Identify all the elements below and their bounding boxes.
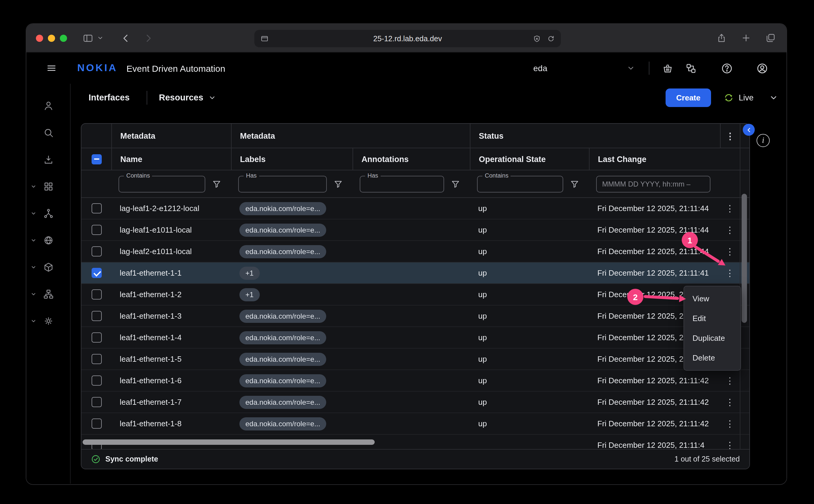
sidebar-group-sitemap[interactable]	[26, 280, 70, 307]
sidebar-toggle-icon[interactable]	[83, 33, 93, 43]
label-chip[interactable]: eda.nokia.com/role=e...	[240, 245, 326, 258]
column-labels[interactable]: Labels	[231, 148, 353, 170]
traffic-light-minimize[interactable]	[48, 34, 55, 42]
forward-button[interactable]	[143, 33, 154, 43]
column-settings-button[interactable]	[720, 124, 740, 148]
table-row-selected[interactable]: leaf1-ethernet-1-1 +1 up Fri December 12…	[81, 262, 749, 284]
vertical-scrollbar[interactable]	[742, 194, 747, 323]
column-annotations[interactable]: Annotations	[353, 148, 470, 170]
help-icon[interactable]	[721, 62, 733, 74]
chevron-down-icon[interactable]	[97, 35, 103, 41]
label-chip[interactable]: eda.nokia.com/role=e...	[240, 374, 326, 387]
filter-funnel-icon[interactable]	[333, 179, 343, 189]
collapse-panel-button[interactable]	[743, 124, 755, 136]
annotations-filter-input[interactable]: Has	[360, 175, 444, 192]
menu-item-edit[interactable]: Edit	[684, 308, 740, 328]
table-row[interactable]: leaf1-ethernet-1-3 eda.nokia.com/role=e.…	[81, 306, 749, 327]
row-actions-button[interactable]	[725, 268, 734, 277]
row-checkbox-checked[interactable]	[91, 268, 101, 278]
row-checkbox[interactable]	[91, 332, 101, 343]
menu-item-duplicate[interactable]: Duplicate	[684, 328, 740, 348]
row-checkbox[interactable]	[91, 311, 101, 321]
chevron-down-icon[interactable]	[31, 318, 36, 324]
table-row[interactable]: leaf1-ethernet-1-8 eda.nokia.com/role=e.…	[81, 413, 749, 435]
new-tab-icon[interactable]	[741, 33, 751, 43]
chevron-down-icon[interactable]	[31, 291, 36, 297]
sidebar-group-global[interactable]	[26, 227, 70, 253]
column-operational-state[interactable]: Operational State	[470, 148, 589, 170]
user-avatar-icon[interactable]	[756, 62, 769, 74]
row-actions-button[interactable]	[725, 419, 734, 428]
menu-item-view[interactable]: View	[684, 289, 740, 308]
label-chip[interactable]: eda.nokia.com/role=e...	[240, 331, 326, 344]
workflow-icon[interactable]	[685, 62, 697, 74]
row-checkbox[interactable]	[91, 375, 101, 386]
labels-filter-input[interactable]: Has	[238, 175, 327, 192]
chevron-down-icon[interactable]	[769, 93, 778, 102]
row-checkbox[interactable]	[91, 289, 101, 300]
info-button[interactable]	[757, 134, 770, 147]
filter-funnel-icon[interactable]	[212, 179, 222, 189]
sidebar-item-users[interactable]	[26, 92, 70, 119]
sidebar-item-search[interactable]	[26, 119, 70, 146]
filter-funnel-icon[interactable]	[451, 179, 460, 189]
row-checkbox[interactable]	[91, 225, 101, 235]
chevron-down-icon[interactable]	[31, 210, 36, 216]
table-row[interactable]: lag-leaf1-e1011-local eda.nokia.com/role…	[81, 219, 749, 241]
row-checkbox[interactable]	[91, 419, 101, 429]
sidebar-item-import[interactable]	[26, 146, 70, 173]
environment-selector[interactable]: eda	[533, 63, 635, 73]
state-filter-input[interactable]: Contains	[477, 175, 563, 192]
table-row[interactable]: leaf1-ethernet-1-4 eda.nokia.com/role=e.…	[81, 327, 749, 349]
label-chip[interactable]: eda.nokia.com/role=e...	[240, 352, 326, 366]
name-filter-input[interactable]: Contains	[118, 175, 205, 192]
table-row[interactable]: leaf1-ethernet-1-2 +1 up Fri December 12…	[81, 284, 749, 306]
label-chip[interactable]: +1	[240, 288, 260, 301]
table-row[interactable]: lag-leaf2-e1011-local eda.nokia.com/role…	[81, 241, 749, 262]
resources-dropdown[interactable]: Resources	[159, 93, 216, 102]
chevron-down-icon[interactable]	[31, 237, 36, 243]
label-chip[interactable]: eda.nokia.com/role=e...	[240, 309, 326, 323]
tabs-overview-icon[interactable]	[766, 33, 776, 43]
chevron-down-icon[interactable]	[31, 264, 36, 270]
back-button[interactable]	[120, 33, 131, 43]
row-actions-button[interactable]	[725, 247, 734, 256]
sidebar-group-resources[interactable]	[26, 253, 70, 280]
row-actions-button[interactable]	[725, 398, 734, 407]
label-chip[interactable]: eda.nokia.com/role=e...	[240, 202, 326, 215]
table-row[interactable]: leaf1-ethernet-1-7 eda.nokia.com/role=e.…	[81, 392, 749, 413]
row-actions-button[interactable]	[725, 441, 734, 449]
column-name[interactable]: Name	[111, 148, 231, 170]
row-checkbox[interactable]	[91, 397, 101, 407]
row-checkbox[interactable]	[91, 203, 101, 213]
filter-funnel-icon[interactable]	[570, 179, 579, 189]
traffic-light-close[interactable]	[36, 34, 43, 42]
basket-icon[interactable]	[662, 62, 673, 74]
select-all-checkbox[interactable]	[91, 154, 101, 164]
menu-item-delete[interactable]: Delete	[684, 348, 740, 368]
share-icon[interactable]	[717, 33, 727, 43]
label-chip[interactable]: eda.nokia.com/role=e...	[240, 395, 326, 409]
horizontal-scrollbar[interactable]	[83, 439, 375, 445]
row-actions-button[interactable]	[725, 225, 734, 234]
row-checkbox[interactable]	[91, 246, 101, 256]
traffic-light-zoom[interactable]	[60, 34, 67, 42]
table-row[interactable]: leaf1-ethernet-1-5 eda.nokia.com/role=e.…	[81, 349, 749, 370]
chevron-down-icon[interactable]	[31, 183, 36, 189]
label-chip[interactable]: +1	[240, 266, 260, 280]
reload-icon[interactable]	[547, 35, 555, 42]
create-button[interactable]: Create	[666, 88, 711, 107]
sidebar-group-settings[interactable]	[26, 307, 70, 334]
hamburger-menu-icon[interactable]	[46, 63, 57, 74]
live-status[interactable]: Live	[723, 92, 754, 103]
row-actions-button[interactable]	[725, 204, 734, 213]
label-chip[interactable]: eda.nokia.com/role=e...	[240, 417, 326, 430]
privacy-shield-icon[interactable]	[533, 34, 541, 43]
table-row[interactable]: lag-leaf1-2-e1212-local eda.nokia.com/ro…	[81, 198, 749, 219]
date-filter-input[interactable]	[596, 175, 711, 192]
address-bar[interactable]: 25-12.rd.lab.eda.dev	[254, 30, 561, 47]
label-chip[interactable]: eda.nokia.com/role=e...	[240, 223, 326, 236]
row-checkbox[interactable]	[91, 354, 101, 364]
sidebar-group-topology[interactable]	[26, 200, 70, 227]
table-row[interactable]: leaf1-ethernet-1-6 eda.nokia.com/role=e.…	[81, 370, 749, 392]
